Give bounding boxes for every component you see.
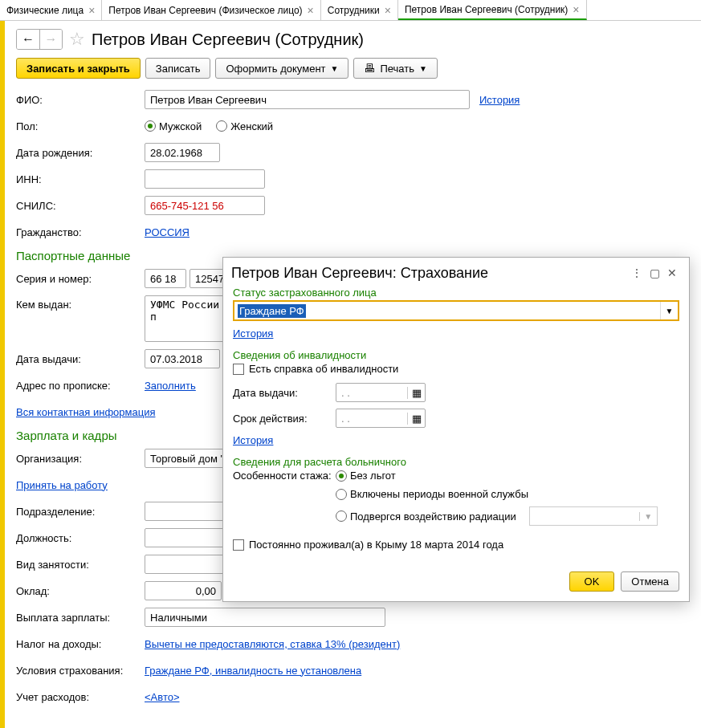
series-label: Серия и номер: <box>16 273 145 285</box>
fio-input[interactable] <box>145 90 470 109</box>
tax-link[interactable]: Вычеты не предоставляются, ставка 13% (р… <box>145 638 400 650</box>
chevron-down-icon: ▼ <box>331 64 339 73</box>
create-doc-button[interactable]: Оформить документ ▼ <box>215 58 348 79</box>
tab-label: Петров Иван Сергеевич (Физическое лицо) <box>108 5 302 16</box>
page-content: ← → ☆ Петров Иван Сергеевич (Сотрудник) … <box>0 21 701 728</box>
insurance-modal: Петров Иван Сергеевич: Страхование ⋮ ▢ ✕… <box>222 257 690 602</box>
insurance-label: Условия страхования: <box>16 665 145 677</box>
all-contacts-link[interactable]: Вся контактная информация <box>16 406 155 418</box>
ok-button[interactable]: OK <box>569 571 615 592</box>
tab-person-card[interactable]: Петров Иван Сергеевич (Физическое лицо) … <box>102 0 320 20</box>
issued-by-label: Кем выдан: <box>16 295 145 311</box>
cancel-button[interactable]: Отмена <box>621 571 679 592</box>
checkbox-icon <box>233 364 244 375</box>
position-label: Должность: <box>16 532 145 544</box>
radio-icon <box>216 120 227 132</box>
dept-label: Подразделение: <box>16 506 145 518</box>
address-fill-link[interactable]: Заполнить <box>145 380 196 392</box>
cost-link[interactable]: <Авто> <box>145 691 180 703</box>
org-label: Организация: <box>16 453 145 465</box>
gender-label: Пол: <box>16 120 145 132</box>
modal-issue-date-label: Дата выдачи: <box>233 387 336 399</box>
modal-issue-date-input[interactable]: . . ▦ <box>336 383 426 402</box>
inn-label: ИНН: <box>16 173 145 185</box>
experience-radiation-radio[interactable]: Подвергся воздействию радиации ▼ <box>336 506 679 526</box>
disability-checkbox[interactable]: Есть справка об инвалидности <box>233 363 679 375</box>
snils-label: СНИЛС: <box>16 200 145 212</box>
gender-male-radio[interactable]: Мужской <box>145 120 202 132</box>
radio-icon <box>336 470 347 482</box>
tab-employees[interactable]: Сотрудники × <box>321 0 398 20</box>
address-label: Адрес по прописке: <box>16 380 145 392</box>
modal-valid-label: Срок действия: <box>233 413 336 425</box>
citizenship-label: Гражданство: <box>16 226 145 238</box>
chevron-down-icon: ▼ <box>419 64 427 73</box>
dept-input[interactable] <box>145 502 233 521</box>
citizenship-link[interactable]: РОССИЯ <box>145 226 190 238</box>
chevron-down-icon[interactable]: ▼ <box>660 302 678 319</box>
page-title: Петров Иван Сергеевич (Сотрудник) <box>92 31 364 49</box>
payout-input[interactable] <box>145 608 385 627</box>
issue-date-input[interactable] <box>145 349 220 368</box>
sickness-heading: Сведения для расчета больничного <box>233 456 679 468</box>
experience-label: Особенности стажа: <box>233 470 336 482</box>
insurance-link[interactable]: Граждане РФ, инвалидность не установлена <box>145 665 361 677</box>
issued-by-input[interactable] <box>145 295 233 342</box>
nav-buttons: ← → <box>16 29 63 50</box>
position-input[interactable] <box>145 528 233 547</box>
nav-forward-button[interactable]: → <box>39 30 62 49</box>
radiation-select[interactable]: ▼ <box>529 506 658 526</box>
close-icon[interactable]: × <box>88 5 95 16</box>
salary-label: Оклад: <box>16 585 145 597</box>
close-icon[interactable]: × <box>573 4 579 15</box>
issue-date-label: Дата выдачи: <box>16 353 145 365</box>
close-icon[interactable]: × <box>385 5 391 16</box>
salary-input[interactable] <box>145 581 222 600</box>
modal-valid-input[interactable]: . . ▦ <box>336 409 426 428</box>
status-label: Статус застрахованного лица <box>233 287 679 299</box>
history-link[interactable]: История <box>479 94 520 106</box>
more-icon[interactable]: ⋮ <box>628 264 646 282</box>
toolbar: Записать и закрыть Записать Оформить док… <box>16 58 690 79</box>
tabs-bar: Физические лица × Петров Иван Сергеевич … <box>0 0 701 21</box>
radio-icon <box>336 510 347 522</box>
maximize-icon[interactable]: ▢ <box>646 264 663 282</box>
cost-label: Учет расходов: <box>16 691 145 703</box>
emp-type-label: Вид занятости: <box>16 559 145 571</box>
radio-icon <box>145 120 156 132</box>
passport-series-input[interactable] <box>145 269 186 288</box>
printer-icon: 🖶 <box>364 62 375 75</box>
birth-date-label: Дата рождения: <box>16 147 145 159</box>
tab-employee-card[interactable]: Петров Иван Сергеевич (Сотрудник) × <box>398 0 587 20</box>
hire-link[interactable]: Принять на работу <box>16 479 108 491</box>
save-close-button[interactable]: Записать и закрыть <box>16 58 141 79</box>
birth-date-input[interactable] <box>145 143 220 162</box>
disability-heading: Сведения об инвалидности <box>233 349 679 361</box>
save-button[interactable]: Записать <box>145 58 211 79</box>
crimea-checkbox[interactable]: Постоянно проживал(а) в Крыму 18 марта 2… <box>233 539 679 551</box>
status-dropdown[interactable]: Граждане РФ ▼ <box>233 300 679 321</box>
close-icon[interactable]: × <box>308 5 314 16</box>
experience-military-radio[interactable]: Включены периоды военной службы <box>336 488 679 500</box>
radio-icon <box>336 489 347 500</box>
disability-history-link[interactable]: История <box>233 434 273 446</box>
close-icon[interactable]: ✕ <box>663 264 681 282</box>
experience-none-radio[interactable]: Без льгот <box>336 470 679 482</box>
tax-label: Налог на доходы: <box>16 638 145 650</box>
nav-back-button[interactable]: ← <box>17 30 39 49</box>
emp-type-input[interactable] <box>145 555 233 574</box>
status-value: Граждане РФ <box>238 304 306 318</box>
print-button[interactable]: 🖶 Печать ▼ <box>353 58 438 79</box>
snils-input[interactable] <box>145 196 265 215</box>
payout-label: Выплата зарплаты: <box>16 612 145 624</box>
tab-physical-persons[interactable]: Физические лица × <box>0 0 102 20</box>
calendar-icon[interactable]: ▦ <box>407 387 425 399</box>
star-icon[interactable]: ☆ <box>69 29 85 50</box>
inn-input[interactable] <box>145 169 265 189</box>
checkbox-icon <box>233 539 244 551</box>
status-history-link[interactable]: История <box>233 327 273 340</box>
org-input[interactable] <box>145 449 233 468</box>
gender-female-radio[interactable]: Женский <box>216 120 273 132</box>
calendar-icon[interactable]: ▦ <box>407 413 425 425</box>
fio-label: ФИО: <box>16 94 145 106</box>
